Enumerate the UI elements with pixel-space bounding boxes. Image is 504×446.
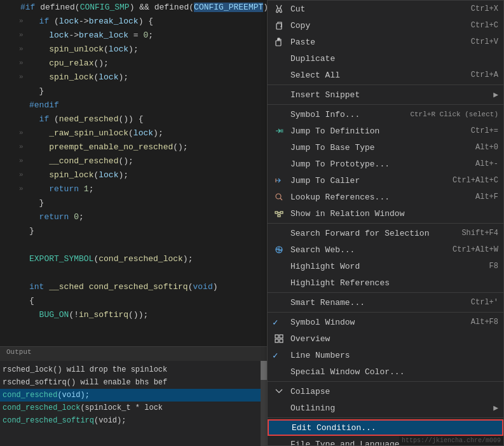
menu-shortcut-cut: Ctrl+X <box>471 4 498 13</box>
panel-tabs: Output <box>0 347 267 361</box>
menu-shortcut-jump-caller: Ctrl+Alt+C <box>453 176 498 185</box>
separator-7 <box>268 417 503 418</box>
code-line-21: int __sched cond_resched_softirq(void) <box>0 280 267 294</box>
svg-rect-9 <box>275 335 278 338</box>
menu-label-cut: Cut <box>290 4 305 14</box>
code-line-23: BUG_ON(!in_softirq()); <box>0 307 267 321</box>
menu-item-collapse[interactable]: Collapse <box>268 383 503 400</box>
menu-label-jump-definition: Jump To Definition <box>290 126 379 136</box>
code-line-blank1 <box>0 238 267 252</box>
cut-icon <box>273 4 285 13</box>
menu-item-search-web[interactable]: Search Web... Ctrl+Alt+W <box>268 241 503 258</box>
separator-5 <box>268 312 503 313</box>
bottom-panel: Output rsched_lock() will drop the spinl… <box>0 346 267 446</box>
menu-item-duplicate[interactable]: Duplicate <box>268 50 503 67</box>
submenu-arrow-outlining: ▶ <box>493 403 498 413</box>
menu-label-search-web: Search Web... <box>290 245 355 255</box>
menu-item-highlight-word[interactable]: Highlight Word F8 <box>268 258 503 274</box>
menu-item-jump-base[interactable]: Jump To Base Type Alt+0 <box>268 139 503 156</box>
menu-item-highlight-refs[interactable]: Highlight References <box>268 274 503 291</box>
svg-rect-3 <box>281 130 283 132</box>
panel-line-1: rsched_lock() will drop the spinlock <box>0 363 267 376</box>
svg-rect-2 <box>278 38 280 40</box>
menu-label-copy: Copy <box>290 21 310 30</box>
menu-shortcut-symbol-info: Ctrl+R Click (select) <box>410 111 498 118</box>
menu-label-lookup-refs: Lookup References... <box>290 193 390 202</box>
code-line-5: » cpu_relax(); <box>0 56 267 70</box>
menu-label-outlining: Outlining <box>290 403 335 413</box>
menu-item-outlining[interactable]: Outlining ▶ <box>268 400 503 416</box>
menu-label-jump-base: Jump To Base Type <box>290 143 375 152</box>
separator-2 <box>268 104 503 105</box>
menu-label-highlight-refs: Highlight References <box>290 278 390 288</box>
code-line-blank2 <box>0 266 267 280</box>
menu-label-line-numbers: Line Numbers <box>290 351 350 360</box>
menu-item-jump-definition[interactable]: Jump To Definition Ctrl+= <box>268 123 503 139</box>
menu-item-insert-snippet[interactable]: Insert Snippet ▶ <box>268 86 503 103</box>
menu-item-line-numbers[interactable]: ✓ Line Numbers <box>268 347 503 363</box>
code-line-2: » if (lock->break_lock) { <box>0 14 267 28</box>
menu-label-highlight-word: Highlight Word <box>290 262 360 271</box>
menu-shortcut-smart-rename: Ctrl+' <box>471 298 498 307</box>
code-editor[interactable]: #if defined(CONFIG_SMP) && defined(CONFI… <box>0 0 267 346</box>
menu-label-select-all: Select All <box>290 71 340 80</box>
svg-rect-10 <box>280 335 283 338</box>
jump-definition-icon <box>273 126 285 135</box>
code-line-15: } <box>0 196 267 210</box>
code-line-14: » return 1; <box>0 182 267 196</box>
collapse-icon <box>273 387 285 396</box>
panel-line-code-3: cond_resched_softirq(void); <box>0 414 267 427</box>
menu-item-search-forward[interactable]: Search Forward for Selection Shift+F4 <box>268 225 503 241</box>
menu-item-smart-rename[interactable]: Smart Rename... Ctrl+' <box>268 294 503 311</box>
code-line-9: if (need_resched()) { <box>0 112 267 126</box>
menu-item-select-all[interactable]: Select All Ctrl+A <box>268 67 503 83</box>
code-line-8: #endif <box>0 98 267 112</box>
menu-item-copy[interactable]: Copy Ctrl+C <box>268 17 503 34</box>
panel-scrollbar[interactable] <box>261 361 267 446</box>
menu-label-insert-snippet: Insert Snippet <box>290 90 360 100</box>
menu-label-show-relation: Show in Relation Window <box>290 209 404 219</box>
code-line-12: » __cond_resched(); <box>0 154 267 168</box>
menu-item-special-window-color[interactable]: Special Window Color... <box>268 363 503 380</box>
code-line-19: EXPORT_SYMBOL(cond_resched_lock); <box>0 252 267 266</box>
code-line-7: } <box>0 84 267 98</box>
panel-scrollbar-thumb[interactable] <box>261 361 267 380</box>
svg-rect-11 <box>275 339 278 342</box>
menu-shortcut-lookup-refs: Alt+F <box>475 193 498 201</box>
svg-rect-12 <box>280 339 283 342</box>
menu-item-cut[interactable]: Cut Ctrl+X <box>268 1 503 17</box>
status-url: https://jkiencha.chre/m009 <box>399 436 503 445</box>
menu-shortcut-copy: Ctrl+C <box>471 21 498 30</box>
menu-item-symbol-info[interactable]: Symbol Info... Ctrl+R Click (select) <box>268 106 503 123</box>
code-line-1: #if defined(CONFIG_SMP) && defined(CONFI… <box>0 0 267 14</box>
menu-item-edit-condition[interactable]: Edit Condition... <box>268 419 503 436</box>
separator-4 <box>268 292 503 293</box>
code-line-16: return 0; <box>0 210 267 224</box>
menu-item-paste[interactable]: Paste Ctrl+V <box>268 34 503 50</box>
menu-label-edit-condition: Edit Condition... <box>292 423 376 433</box>
menu-item-symbol-window[interactable]: ✓ Symbol Window Alt+F8 <box>268 314 503 330</box>
menu-item-lookup-refs[interactable]: Lookup References... Alt+F <box>268 189 503 205</box>
submenu-arrow-snippet: ▶ <box>493 90 498 100</box>
panel-tab-output[interactable]: Output <box>0 347 38 361</box>
svg-rect-7 <box>278 215 280 217</box>
panel-line-highlight-1: cond_resched(void); <box>0 389 267 402</box>
menu-shortcut-jump-prototype: Alt+- <box>475 159 498 168</box>
panel-line-2: rsched_softirq() will enable bhs bef <box>0 376 267 389</box>
overview-icon <box>273 334 285 343</box>
code-line-4: » spin_unlock(lock); <box>0 42 267 56</box>
menu-item-overview[interactable]: Overview <box>268 330 503 347</box>
search-web-icon <box>273 245 285 254</box>
menu-label-smart-rename: Smart Rename... <box>290 298 365 307</box>
menu-label-symbol-window: Symbol Window <box>290 318 355 327</box>
svg-point-4 <box>276 194 281 199</box>
menu-item-show-relation[interactable]: Show in Relation Window <box>268 205 503 222</box>
menu-item-jump-prototype[interactable]: Jump To Prototype... Alt+- <box>268 156 503 172</box>
svg-rect-5 <box>275 212 278 213</box>
menu-shortcut-jump-base: Alt+0 <box>475 143 498 152</box>
menu-label-overview: Overview <box>290 334 330 344</box>
separator-1 <box>268 84 503 85</box>
paste-icon <box>273 37 285 46</box>
menu-item-jump-caller[interactable]: Jump To Caller Ctrl+Alt+C <box>268 172 503 189</box>
panel-line-code-2: cond_resched_lock(spinlock_t * lock <box>0 402 267 414</box>
